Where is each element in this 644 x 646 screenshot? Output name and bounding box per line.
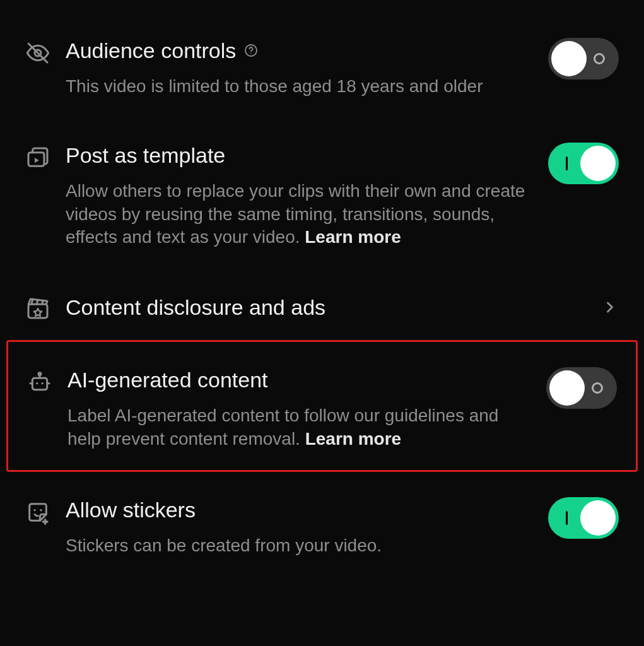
- setting-description: Label AI-generated content to follow our…: [67, 404, 534, 451]
- setting-description: Stickers can be created from your video.: [66, 534, 536, 558]
- svg-point-14: [40, 509, 42, 511]
- stickers-toggle[interactable]: [548, 497, 619, 539]
- help-icon[interactable]: [243, 43, 259, 58]
- template-toggle[interactable]: [548, 143, 619, 184]
- setting-title: Allow stickers: [66, 497, 196, 523]
- ai-content-toggle[interactable]: [546, 367, 617, 409]
- sticker-icon: [25, 497, 53, 525]
- setting-title: Post as template: [66, 143, 225, 168]
- svg-point-7: [36, 382, 38, 384]
- setting-title: AI-generated content: [67, 367, 268, 393]
- chevron-right-icon: [601, 298, 619, 316]
- setting-ai-generated-content: AI-generated content Label AI-generated …: [6, 340, 638, 472]
- setting-content-disclosure[interactable]: Content disclosure and ads: [6, 281, 638, 340]
- svg-point-8: [42, 382, 44, 384]
- clapperboard-icon: [25, 293, 53, 321]
- setting-audience-controls: Audience controls This video is limited …: [6, 25, 638, 130]
- svg-rect-5: [28, 305, 47, 319]
- learn-more-link[interactable]: Learn more: [305, 429, 402, 449]
- svg-point-10: [38, 373, 41, 375]
- setting-description: This video is limited to those aged 18 y…: [66, 75, 536, 98]
- template-icon: [25, 143, 53, 170]
- svg-point-13: [33, 509, 35, 511]
- svg-point-3: [250, 54, 252, 55]
- audience-toggle[interactable]: [548, 38, 619, 79]
- setting-title: Content disclosure and ads: [66, 295, 325, 320]
- setting-description: Allow others to replace your clips with …: [66, 180, 536, 250]
- learn-more-link[interactable]: Learn more: [305, 227, 401, 247]
- setting-title: Audience controls: [66, 38, 236, 64]
- robot-icon: [27, 367, 55, 395]
- settings-list: Audience controls This video is limited …: [0, 0, 644, 589]
- setting-post-as-template: Post as template Allow others to replace…: [6, 130, 638, 281]
- setting-allow-stickers: Allow stickers Stickers can be created f…: [6, 484, 638, 589]
- svg-rect-6: [32, 379, 47, 390]
- eye-off-icon: [25, 38, 53, 66]
